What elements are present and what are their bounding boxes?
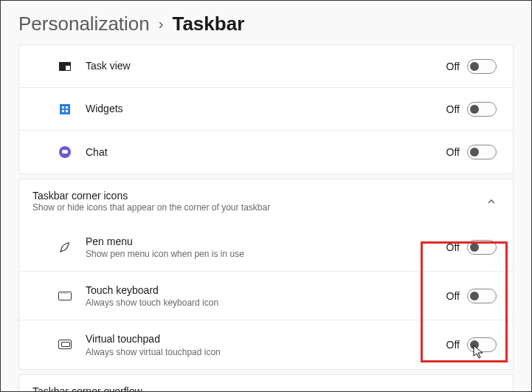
chevron-up-icon[interactable]: [486, 196, 497, 207]
pen-menu-sub: Show pen menu icon when pen is in use: [86, 249, 446, 259]
touch-keyboard-toggle[interactable]: [467, 289, 497, 303]
task-view-icon: [58, 59, 72, 74]
corner-overflow-title: Taskbar corner overflow: [32, 385, 142, 392]
breadcrumb-current: Taskbar: [172, 13, 244, 35]
corner-icons-panel: Pen menu Show pen menu icon when pen is …: [18, 223, 514, 370]
row-chat[interactable]: Chat Off: [19, 131, 513, 173]
row-pen-menu[interactable]: Pen menu Show pen menu icon when pen is …: [19, 223, 513, 272]
widgets-state: Off: [446, 103, 460, 115]
keyboard-icon: [58, 289, 72, 303]
widgets-toggle[interactable]: [467, 102, 497, 117]
breadcrumb-parent[interactable]: Personalization: [18, 13, 150, 35]
row-widgets[interactable]: Widgets Off: [19, 88, 513, 131]
corner-overflow-header[interactable]: Taskbar corner overflow: [18, 374, 514, 392]
widgets-icon: [58, 102, 72, 117]
virtual-touchpad-label: Virtual touchpad: [86, 332, 446, 345]
virtual-touchpad-sub: Always show virtual touchpad icon: [86, 347, 446, 357]
chat-toggle[interactable]: [467, 145, 497, 159]
pen-menu-label: Pen menu: [86, 235, 446, 248]
chat-label: Chat: [86, 145, 446, 159]
chat-icon: [58, 145, 72, 159]
corner-icons-header[interactable]: Taskbar corner icons Show or hide icons …: [18, 179, 514, 223]
corner-icons-subtitle: Show or hide icons that appear on the co…: [32, 202, 486, 213]
task-view-state: Off: [446, 61, 460, 72]
pen-menu-state: Off: [446, 241, 460, 253]
taskbar-items-panel: Task view Off Widgets Off Chat Off: [18, 44, 514, 174]
touch-keyboard-label: Touch keyboard: [86, 283, 446, 297]
touch-keyboard-state: Off: [446, 290, 460, 302]
virtual-touchpad-state: Off: [446, 339, 460, 351]
chat-state: Off: [446, 146, 460, 158]
chevron-right-icon: ›: [159, 16, 164, 32]
row-task-view[interactable]: Task view Off: [19, 45, 513, 88]
widgets-label: Widgets: [86, 102, 446, 115]
virtual-touchpad-toggle[interactable]: [467, 337, 497, 352]
pen-menu-toggle[interactable]: [467, 240, 497, 255]
row-virtual-touchpad[interactable]: Virtual touchpad Always show virtual tou…: [19, 320, 513, 368]
corner-icons-title: Taskbar corner icons: [32, 190, 486, 202]
pen-icon: [58, 240, 72, 255]
task-view-label: Task view: [86, 59, 446, 72]
touchpad-icon: [58, 337, 72, 352]
breadcrumb: Personalization › Taskbar: [1, 1, 531, 44]
task-view-toggle[interactable]: [467, 59, 497, 74]
row-touch-keyboard[interactable]: Touch keyboard Always show touch keyboar…: [19, 272, 513, 320]
touch-keyboard-sub: Always show touch keyboard icon: [86, 298, 446, 308]
